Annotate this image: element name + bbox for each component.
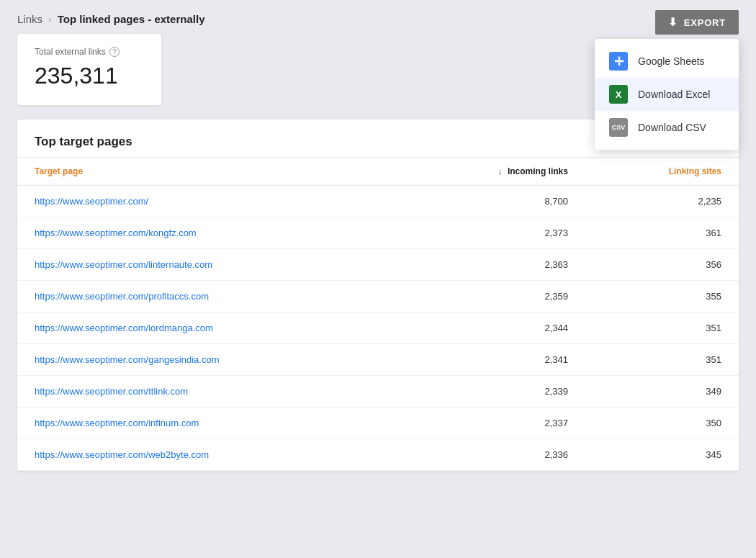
incoming-links-value: 2,359 xyxy=(402,281,585,312)
total-label: Total external links ? xyxy=(35,47,144,57)
export-download-icon: ⬇ xyxy=(668,16,678,29)
table-row: https://www.seoptimer.com/kongfz.com2,37… xyxy=(17,217,739,249)
csv-icon: CSV xyxy=(609,118,628,137)
table-body: https://www.seoptimer.com/8,7002,235http… xyxy=(17,186,739,471)
export-button-label: EXPORT xyxy=(684,17,726,28)
page-link[interactable]: https://www.seoptimer.com/lordmanga.com xyxy=(35,323,213,333)
incoming-links-value: 2,339 xyxy=(402,376,585,408)
linking-sites-value: 350 xyxy=(585,408,739,439)
dropdown-item-download-excel[interactable]: X Download Excel xyxy=(595,78,739,111)
incoming-links-value: 2,344 xyxy=(402,312,585,344)
incoming-links-value: 2,373 xyxy=(402,217,585,249)
dropdown-item-download-csv[interactable]: CSV Download CSV xyxy=(595,111,739,144)
breadcrumb-current: Top linked pages - externally xyxy=(58,13,205,25)
export-dropdown-menu: ✛ Google Sheets X Download Excel CSV Dow… xyxy=(595,39,739,150)
table-header: Target page ↓ Incoming links Linking sit… xyxy=(17,158,739,186)
sort-arrow-icon: ↓ xyxy=(498,167,503,176)
google-sheets-label: Google Sheets xyxy=(638,55,705,67)
top-pages-table: Target page ↓ Incoming links Linking sit… xyxy=(17,157,739,471)
incoming-links-value: 2,336 xyxy=(402,439,585,471)
page-link[interactable]: https://www.seoptimer.com/profitaccs.com xyxy=(35,291,209,302)
linking-sites-value: 351 xyxy=(585,344,739,376)
table-row: https://www.seoptimer.com/gangesindia.co… xyxy=(17,344,739,376)
table-row: https://www.seoptimer.com/infinum.com2,3… xyxy=(17,408,739,439)
table-title: Top target pages xyxy=(35,135,132,149)
incoming-links-value: 2,341 xyxy=(402,344,585,376)
table-row: https://www.seoptimer.com/web2byte.com2,… xyxy=(17,439,739,471)
page-link[interactable]: https://www.seoptimer.com/web2byte.com xyxy=(35,449,209,460)
total-external-links-card: Total external links ? 235,311 xyxy=(17,34,161,105)
table-row: https://www.seoptimer.com/8,7002,235 xyxy=(17,186,739,217)
incoming-links-value: 2,363 xyxy=(402,249,585,281)
incoming-links-value: 2,337 xyxy=(402,408,585,439)
table-row: https://www.seoptimer.com/ttlink.com2,33… xyxy=(17,376,739,408)
excel-icon: X xyxy=(609,85,628,104)
table-row: https://www.seoptimer.com/lordmanga.com2… xyxy=(17,312,739,344)
page-link[interactable]: https://www.seoptimer.com/gangesindia.co… xyxy=(35,354,220,365)
linking-sites-value: 361 xyxy=(585,217,739,249)
total-value: 235,311 xyxy=(35,63,144,89)
page-link[interactable]: https://www.seoptimer.com/ xyxy=(35,196,148,207)
linking-sites-value: 351 xyxy=(585,312,739,344)
incoming-links-value: 8,700 xyxy=(402,186,585,217)
linking-sites-value: 356 xyxy=(585,249,739,281)
page-link[interactable]: https://www.seoptimer.com/linternaute.co… xyxy=(35,259,212,270)
dropdown-item-google-sheets[interactable]: ✛ Google Sheets xyxy=(595,45,739,78)
page-link[interactable]: https://www.seoptimer.com/ttlink.com xyxy=(35,386,188,397)
page-link[interactable]: https://www.seoptimer.com/kongfz.com xyxy=(35,228,197,238)
column-header-page: Target page xyxy=(17,158,402,186)
page-link[interactable]: https://www.seoptimer.com/infinum.com xyxy=(35,418,199,428)
help-icon[interactable]: ? xyxy=(109,47,120,57)
column-header-linking: Linking sites xyxy=(585,158,739,186)
table-row: https://www.seoptimer.com/profitaccs.com… xyxy=(17,281,739,312)
top-target-pages-card: Top target pages ☰ Target page ↓ Incomin… xyxy=(17,120,739,471)
total-label-text: Total external links xyxy=(35,47,106,57)
download-csv-label: Download CSV xyxy=(638,122,706,133)
breadcrumb-parent[interactable]: Links xyxy=(17,13,42,25)
linking-sites-value: 355 xyxy=(585,281,739,312)
export-button[interactable]: ⬇ EXPORT xyxy=(655,10,739,35)
linking-sites-value: 345 xyxy=(585,439,739,471)
linking-sites-value: 2,235 xyxy=(585,186,739,217)
table-row: https://www.seoptimer.com/linternaute.co… xyxy=(17,249,739,281)
breadcrumb: Links › Top linked pages - externally xyxy=(0,0,756,34)
google-sheets-icon: ✛ xyxy=(609,52,628,71)
column-header-incoming: ↓ Incoming links xyxy=(402,158,585,186)
breadcrumb-separator: › xyxy=(48,14,52,25)
linking-sites-value: 349 xyxy=(585,376,739,408)
download-excel-label: Download Excel xyxy=(638,89,710,100)
